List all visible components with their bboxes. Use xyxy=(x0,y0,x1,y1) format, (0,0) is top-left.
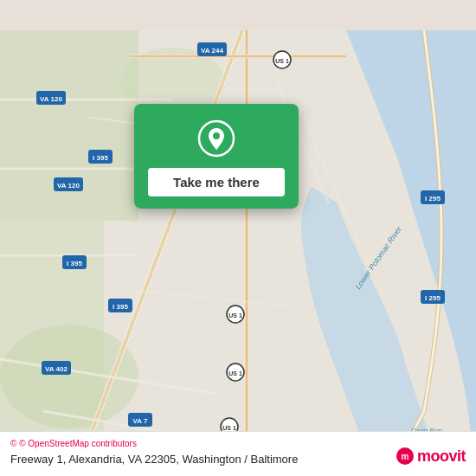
svg-text:US 1: US 1 xyxy=(275,58,289,64)
map-background: VA 120 VA 244 US 1 I 395 VA 120 I 395 I … xyxy=(0,0,476,476)
take-me-there-button[interactable]: Take me there xyxy=(148,168,285,196)
svg-text:VA 244: VA 244 xyxy=(201,47,223,55)
svg-text:VA 120: VA 120 xyxy=(40,95,62,103)
svg-text:VA 7: VA 7 xyxy=(133,417,148,425)
osm-credit-text: © OpenStreetMap contributors xyxy=(19,439,137,448)
svg-text:I 395: I 395 xyxy=(93,154,108,162)
moovit-logo-icon: m xyxy=(396,447,415,466)
svg-text:US 1: US 1 xyxy=(228,370,242,376)
svg-text:I 395: I 395 xyxy=(113,303,128,311)
svg-text:US 1: US 1 xyxy=(228,312,242,318)
bottom-bar: © © OpenStreetMap contributors Freeway 1… xyxy=(0,431,476,476)
svg-point-3 xyxy=(0,325,138,428)
svg-text:m: m xyxy=(402,452,409,461)
overlay-card: Take me there xyxy=(134,104,299,209)
svg-text:VA 402: VA 402 xyxy=(45,365,68,373)
moovit-logo-text: moovit xyxy=(417,447,466,466)
moovit-logo: m moovit xyxy=(396,447,466,466)
location-pin-icon xyxy=(197,119,235,158)
svg-rect-1 xyxy=(0,30,138,221)
svg-text:VA 120: VA 120 xyxy=(57,182,80,190)
svg-point-52 xyxy=(213,132,220,139)
map-container: VA 120 VA 244 US 1 I 395 VA 120 I 395 I … xyxy=(0,0,476,476)
svg-text:I 395: I 395 xyxy=(67,260,82,267)
copyright-symbol: © xyxy=(10,439,16,448)
svg-text:I 295: I 295 xyxy=(425,294,441,302)
svg-text:I 295: I 295 xyxy=(425,195,441,203)
